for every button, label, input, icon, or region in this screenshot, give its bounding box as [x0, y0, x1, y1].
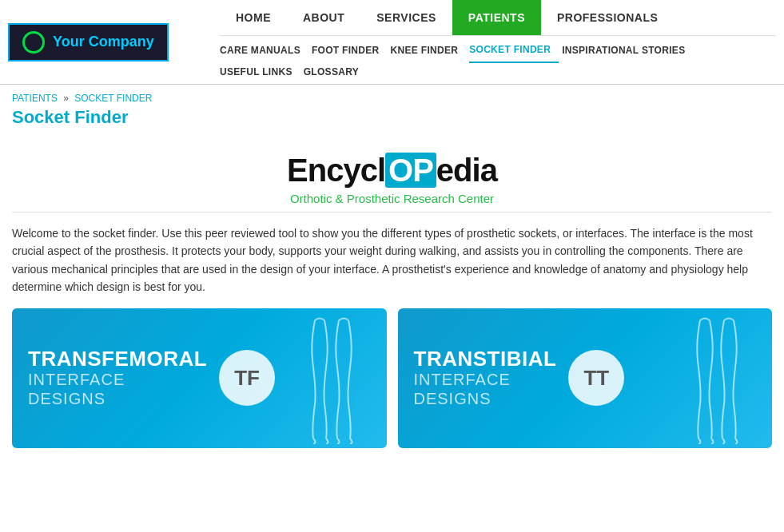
nav-home[interactable]: HOME: [220, 0, 287, 35]
breadcrumb: PATIENTS » SOCKET FINDER: [12, 93, 772, 104]
encyclopedia-subtitle: Orthotic & Prosthetic Research Center: [12, 192, 772, 205]
cards-container: TRANSFEMORAL INTERFACE DESIGNS TF: [0, 308, 784, 464]
nav-professionals[interactable]: PROFESSIONALS: [541, 0, 674, 35]
header: Your Company HOME ABOUT SERVICES PATIENT…: [0, 0, 784, 85]
breadcrumb-separator: »: [63, 93, 69, 104]
subnav-socket-finder[interactable]: SOCKET FINDER: [469, 41, 559, 63]
breadcrumb-parent[interactable]: PATIENTS: [12, 93, 58, 104]
subnav-knee-finder[interactable]: KNEE FINDER: [391, 42, 467, 62]
breadcrumb-area: PATIENTS » SOCKET FINDER Socket Finder: [0, 85, 784, 140]
transfemoral-card-content: TRANSFEMORAL INTERFACE DESIGNS: [12, 332, 207, 425]
encyclopedia-title: EncyclOPedia: [12, 153, 772, 189]
subnav-glossary[interactable]: GLOSSARY: [304, 63, 367, 84]
transfemoral-badge: TF: [219, 350, 275, 406]
transtibial-illustration: [668, 308, 772, 448]
transtibial-card[interactable]: TRANSTIBIAL INTERFACE DESIGNS TT: [398, 308, 773, 448]
transfemoral-subtitle2: DESIGNS: [28, 389, 207, 408]
logo[interactable]: Your Company: [8, 23, 169, 62]
encyclo-prefix: Encycl: [287, 153, 385, 188]
subnav-useful-links[interactable]: USEFUL LINKS: [220, 63, 300, 84]
transfemoral-title: TRANSFEMORAL: [28, 347, 207, 371]
page-title: Socket Finder: [12, 104, 772, 136]
transtibial-title: TRANSTIBIAL: [414, 347, 557, 371]
nav-patients[interactable]: PATIENTS: [452, 0, 541, 35]
top-nav: HOME ABOUT SERVICES PATIENTS PROFESSIONA…: [220, 0, 776, 36]
breadcrumb-current: SOCKET FINDER: [74, 93, 152, 104]
encyclo-suffix: edia: [436, 153, 497, 188]
logo-circle-icon: [22, 31, 45, 54]
transfemoral-card[interactable]: TRANSFEMORAL INTERFACE DESIGNS TF: [12, 308, 387, 448]
description-text: Welcome to the socket finder. Use this p…: [0, 224, 784, 308]
encyclo-highlight: OP: [385, 153, 436, 188]
nav-about[interactable]: ABOUT: [287, 0, 360, 35]
logo-text: Your Company: [53, 34, 154, 50]
encyclopedia-header: EncyclOPedia Orthotic & Prosthetic Resea…: [12, 140, 772, 212]
transtibial-badge: TT: [568, 350, 624, 406]
logo-area: Your Company: [0, 7, 212, 77]
subnav-foot-finder[interactable]: FOOT FINDER: [312, 42, 388, 62]
nav-services[interactable]: SERVICES: [360, 0, 452, 35]
transtibial-subtitle2: DESIGNS: [414, 389, 557, 408]
transfemoral-illustration: [283, 308, 387, 448]
sub-nav: CARE MANUALS FOOT FINDER KNEE FINDER SOC…: [220, 36, 776, 84]
main-nav: HOME ABOUT SERVICES PATIENTS PROFESSIONA…: [212, 0, 784, 84]
subnav-inspirational[interactable]: INSPIRATIONAL STORIES: [562, 42, 693, 62]
transtibial-subtitle1: INTERFACE: [414, 370, 557, 389]
transtibial-card-content: TRANSTIBIAL INTERFACE DESIGNS: [398, 332, 557, 425]
transfemoral-subtitle1: INTERFACE: [28, 370, 207, 389]
subnav-care-manuals[interactable]: CARE MANUALS: [220, 42, 308, 62]
